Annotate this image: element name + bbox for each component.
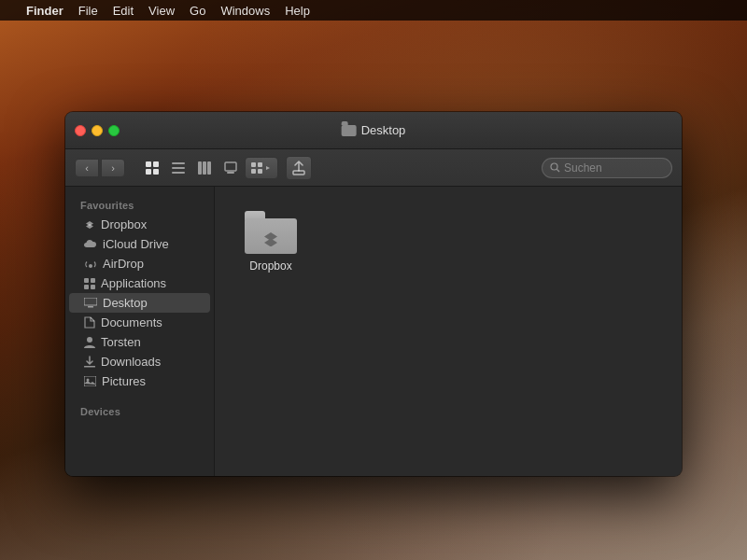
sidebar-item-desktop[interactable]: Desktop bbox=[69, 293, 210, 313]
menubar-finder[interactable]: Finder bbox=[26, 4, 63, 18]
svg-rect-1 bbox=[153, 161, 159, 167]
svg-rect-8 bbox=[203, 161, 206, 175]
svg-line-19 bbox=[557, 170, 560, 173]
sidebar-item-airdrop-label: AirDrop bbox=[103, 257, 144, 271]
minimize-button[interactable] bbox=[92, 125, 103, 136]
nav-buttons: ‹ › bbox=[75, 159, 125, 177]
sidebar-item-pictures-label: Pictures bbox=[102, 374, 146, 388]
dropbox-folder-logo bbox=[260, 228, 282, 246]
title-folder-icon bbox=[342, 125, 357, 136]
sidebar-item-airdrop[interactable]: AirDrop bbox=[69, 254, 210, 273]
sidebar-item-pictures[interactable]: Pictures bbox=[69, 371, 210, 391]
search-placeholder: Suchen bbox=[564, 161, 602, 175]
maximize-button[interactable] bbox=[108, 125, 120, 136]
view-group-button[interactable] bbox=[245, 157, 278, 179]
menubar-edit[interactable]: Edit bbox=[113, 4, 134, 18]
dropbox-icon bbox=[84, 219, 95, 231]
view-cover-button[interactable] bbox=[218, 156, 243, 180]
view-column-button[interactable] bbox=[192, 156, 217, 180]
traffic-lights bbox=[75, 125, 120, 136]
sidebar-item-icloud[interactable]: iCloud Drive bbox=[69, 234, 210, 254]
file-label-dropbox: Dropbox bbox=[249, 259, 291, 273]
back-button[interactable]: ‹ bbox=[75, 159, 99, 177]
menubar-file[interactable]: File bbox=[78, 4, 98, 18]
sidebar-item-downloads[interactable]: Downloads bbox=[69, 352, 210, 371]
devices-header: Devices bbox=[65, 400, 214, 421]
window-title: Desktop bbox=[342, 123, 406, 137]
sidebar-item-downloads-label: Downloads bbox=[101, 355, 161, 369]
sidebar-item-documents[interactable]: Documents bbox=[69, 313, 210, 332]
close-button[interactable] bbox=[75, 125, 86, 136]
sidebar-item-dropbox-label: Dropbox bbox=[101, 217, 147, 231]
file-area: Dropbox bbox=[215, 187, 682, 476]
toolbar: ‹ › bbox=[65, 149, 682, 187]
svg-rect-24 bbox=[91, 278, 95, 283]
svg-point-18 bbox=[551, 163, 557, 170]
svg-point-29 bbox=[87, 337, 92, 343]
sidebar-item-desktop-label: Desktop bbox=[103, 296, 148, 310]
main-content: Favourites Dropbox iCloud Drive bbox=[65, 187, 682, 476]
folder-icon-dropbox bbox=[245, 211, 297, 254]
sidebar: Favourites Dropbox iCloud Drive bbox=[65, 187, 215, 476]
svg-rect-23 bbox=[84, 278, 89, 283]
downloads-icon bbox=[84, 356, 95, 368]
svg-rect-17 bbox=[293, 171, 304, 175]
svg-rect-3 bbox=[153, 169, 159, 175]
favourites-header: Favourites bbox=[65, 194, 214, 215]
svg-rect-26 bbox=[91, 285, 95, 289]
sidebar-item-torsten[interactable]: Torsten bbox=[69, 332, 210, 352]
svg-rect-15 bbox=[258, 169, 262, 174]
forward-button[interactable]: › bbox=[101, 159, 125, 177]
action-button[interactable] bbox=[286, 156, 312, 180]
svg-rect-4 bbox=[172, 162, 185, 164]
menubar-help[interactable]: Help bbox=[285, 4, 310, 18]
sidebar-item-documents-label: Documents bbox=[101, 315, 162, 329]
pictures-icon bbox=[84, 376, 96, 386]
svg-rect-31 bbox=[84, 376, 96, 386]
view-list-button[interactable] bbox=[166, 156, 190, 180]
svg-rect-12 bbox=[251, 162, 256, 167]
view-buttons bbox=[140, 156, 278, 180]
user-icon bbox=[84, 336, 95, 348]
sidebar-item-dropbox[interactable]: Dropbox bbox=[69, 215, 210, 234]
search-box[interactable]: Suchen bbox=[542, 158, 672, 178]
sidebar-item-applications-label: Applications bbox=[101, 276, 166, 290]
svg-rect-25 bbox=[84, 285, 89, 289]
svg-rect-10 bbox=[225, 162, 236, 171]
desktop-icon bbox=[84, 298, 97, 308]
titlebar: Desktop bbox=[65, 112, 682, 149]
menubar-view[interactable]: View bbox=[148, 4, 175, 18]
svg-rect-11 bbox=[227, 172, 234, 174]
svg-rect-7 bbox=[198, 161, 202, 175]
svg-marker-16 bbox=[266, 166, 270, 170]
airdrop-icon bbox=[84, 259, 97, 270]
menubar: Finder File Edit View Go Windows Help bbox=[0, 0, 747, 21]
sidebar-item-icloud-label: iCloud Drive bbox=[103, 237, 169, 251]
svg-rect-27 bbox=[84, 298, 97, 305]
view-icon-button[interactable] bbox=[140, 156, 164, 180]
svg-rect-0 bbox=[146, 161, 151, 167]
svg-rect-6 bbox=[172, 172, 185, 174]
finder-window: Desktop ‹ › bbox=[65, 112, 682, 476]
svg-point-22 bbox=[89, 264, 92, 268]
svg-rect-9 bbox=[207, 161, 211, 175]
sidebar-item-torsten-label: Torsten bbox=[101, 335, 141, 349]
svg-rect-5 bbox=[172, 167, 185, 169]
docs-icon bbox=[84, 316, 95, 329]
svg-rect-30 bbox=[84, 366, 95, 368]
cloud-icon bbox=[84, 240, 97, 249]
apps-icon bbox=[84, 278, 95, 289]
window-title-text: Desktop bbox=[361, 123, 406, 137]
svg-marker-21 bbox=[86, 224, 93, 229]
svg-rect-2 bbox=[146, 169, 151, 175]
svg-rect-14 bbox=[251, 169, 256, 174]
file-item-dropbox[interactable]: Dropbox bbox=[233, 205, 308, 278]
svg-marker-34 bbox=[264, 239, 277, 247]
menubar-windows[interactable]: Windows bbox=[220, 4, 270, 18]
svg-rect-13 bbox=[258, 162, 262, 167]
menubar-go[interactable]: Go bbox=[190, 4, 205, 18]
sidebar-item-applications[interactable]: Applications bbox=[69, 273, 210, 293]
svg-rect-28 bbox=[88, 306, 93, 308]
